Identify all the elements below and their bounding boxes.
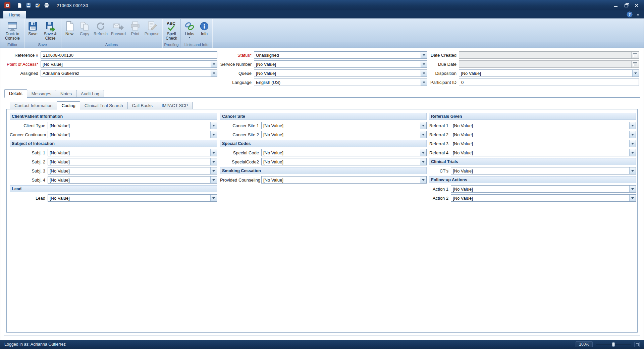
tab-clinical-trial-search[interactable]: Clinical Trial Search (80, 102, 128, 109)
special-code-2-combobox[interactable]: [No Value] (261, 158, 427, 165)
chevron-down-icon[interactable] (421, 79, 427, 86)
zoom-thumb[interactable] (612, 342, 615, 347)
chevron-down-icon[interactable] (421, 70, 427, 77)
disposition-combobox[interactable]: [No Value] (459, 69, 639, 77)
referral-2-combobox[interactable]: [No Value] (451, 131, 636, 138)
chevron-down-icon[interactable] (420, 122, 426, 129)
tab-messages[interactable]: Messages (27, 90, 56, 97)
tab-coding[interactable]: Coding (57, 101, 80, 109)
language-combobox[interactable]: English (US) (254, 79, 427, 86)
subj-2-combobox[interactable]: [No Value] (48, 158, 217, 165)
cancer-continuum-combobox[interactable]: [No Value] (48, 131, 217, 138)
assigned-combobox[interactable]: Adrianna Gutierrez (41, 69, 217, 77)
reference-input[interactable]: 210608-000130 (41, 51, 217, 59)
client-type-combobox[interactable]: [No Value] (48, 122, 217, 129)
tab-notes[interactable]: Notes (56, 90, 76, 97)
action-2-combobox[interactable]: [No Value] (451, 194, 636, 202)
status-combobox[interactable]: Unassigned (254, 51, 427, 59)
statusbar: Logged in as: Adrianna Gutierrez 100% (0, 340, 644, 349)
special-code-combobox[interactable]: [No Value] (261, 149, 427, 156)
chevron-down-icon[interactable] (420, 158, 426, 165)
referral-3-combobox[interactable]: [No Value] (451, 140, 636, 147)
chevron-down-icon[interactable] (210, 122, 217, 129)
point-of-access-combobox[interactable]: [No Value] (41, 60, 217, 68)
chevron-down-icon[interactable] (632, 70, 639, 77)
action-1-combobox[interactable]: [No Value] (451, 185, 636, 193)
print-button[interactable]: Print (128, 19, 143, 42)
chevron-down-icon[interactable] (629, 131, 636, 138)
calendar-button[interactable] (631, 52, 639, 58)
dock-to-console-button[interactable]: Dock to Console (2, 19, 23, 42)
new-button[interactable]: New (62, 19, 77, 42)
restore-button[interactable] (621, 2, 631, 9)
help-icon[interactable]: ? (627, 11, 633, 17)
chevron-down-icon[interactable] (629, 167, 636, 174)
cts-combobox[interactable]: [No Value] (451, 167, 636, 174)
tab-call-backs[interactable]: Call Backs (127, 102, 157, 109)
chevron-down-icon[interactable] (629, 186, 636, 192)
tab-details[interactable]: Details (4, 89, 27, 98)
tab-audit-log[interactable]: Audit Log (76, 90, 104, 97)
subj-1-combobox[interactable]: [No Value] (48, 149, 217, 156)
minimize-button[interactable] (610, 2, 621, 9)
cancer-site-2-combobox[interactable]: [No Value] (261, 131, 427, 138)
chevron-down-icon[interactable] (211, 61, 217, 67)
close-button[interactable] (631, 2, 642, 9)
field-row: Reference # 210608-000130 (4, 51, 217, 59)
save-button[interactable]: Save (25, 19, 41, 42)
calendar-button[interactable] (631, 61, 639, 67)
chevron-down-icon[interactable] (420, 131, 426, 138)
toolbar-separator (53, 3, 53, 8)
queue-combobox[interactable]: [No Value] (254, 69, 427, 77)
chevron-down-icon[interactable] (629, 149, 636, 156)
subj-3-combobox[interactable]: [No Value] (48, 167, 217, 174)
minimize-ribbon-icon[interactable] (636, 12, 640, 17)
chevron-down-icon[interactable] (629, 140, 636, 147)
field-label: Referral 2 (429, 132, 451, 137)
tab-impact-scp[interactable]: IMPACT SCP (157, 102, 193, 109)
zoom-slider[interactable] (596, 342, 631, 347)
disposition-label: Disposition (429, 71, 459, 76)
chevron-down-icon[interactable] (420, 177, 426, 183)
tab-home[interactable]: Home (3, 11, 26, 18)
print-icon[interactable] (44, 2, 50, 8)
chevron-down-icon[interactable] (210, 149, 217, 156)
referral-4-combobox[interactable]: [No Value] (451, 149, 636, 156)
spell-check-button[interactable]: ABC Spell Check (163, 19, 179, 42)
new-document-icon[interactable] (16, 2, 22, 8)
refresh-button[interactable]: Refresh (92, 19, 109, 42)
chevron-down-icon[interactable] (210, 167, 217, 174)
save-icon[interactable] (25, 2, 32, 8)
tab-contact-information[interactable]: Contact Information (10, 102, 57, 109)
chevron-down-icon[interactable] (210, 131, 217, 138)
lead-combobox[interactable]: [No Value] (48, 194, 217, 202)
service-number-combobox[interactable]: [No Value] (254, 60, 427, 68)
button-label: Print (131, 32, 140, 36)
chevron-down-icon[interactable] (421, 52, 427, 58)
referral-1-combobox[interactable]: [No Value] (451, 122, 636, 129)
provided-counseling-combobox[interactable]: [No Value] (261, 176, 427, 184)
chevron-down-icon[interactable] (421, 61, 427, 67)
chevron-down-icon[interactable] (210, 195, 217, 201)
field-row: Cancer Site 2 [No Value] (220, 131, 427, 138)
cancer-site-1-combobox[interactable]: [No Value] (261, 122, 427, 129)
field-row: Action 2 [No Value] (429, 194, 636, 202)
save-as-icon[interactable] (35, 2, 41, 8)
chevron-down-icon[interactable] (420, 149, 426, 156)
propose-button[interactable]: Propose (143, 19, 161, 42)
chevron-down-icon[interactable] (629, 122, 636, 129)
chevron-down-icon[interactable] (210, 158, 217, 165)
save-and-close-button[interactable]: Save & Close (41, 19, 60, 42)
sub-tab-bar: Contact Information Coding Clinical Tria… (10, 101, 638, 109)
info-button[interactable]: Info (198, 19, 211, 42)
copy-button[interactable]: Copy (77, 19, 92, 42)
fit-window-icon[interactable] (634, 342, 640, 347)
forward-button[interactable]: Forward (109, 19, 127, 42)
subj-4-combobox[interactable]: [No Value] (48, 176, 217, 184)
chevron-down-icon[interactable] (211, 70, 217, 77)
chevron-down-icon[interactable] (629, 195, 636, 201)
participant-id-input[interactable]: 0 (459, 79, 639, 86)
chevron-down-icon[interactable] (210, 177, 217, 183)
field-label: Action 1 (429, 187, 451, 192)
links-button[interactable]: Links (182, 19, 197, 42)
